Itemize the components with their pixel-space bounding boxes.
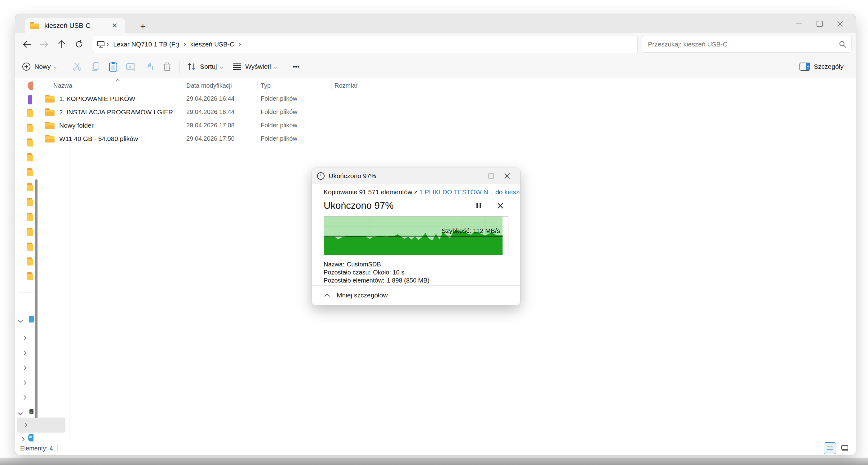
tree-expand-chevron[interactable]	[21, 421, 30, 430]
tree-item-selected[interactable]	[17, 418, 65, 432]
copy-button[interactable]	[86, 58, 104, 75]
chevron-up-icon	[323, 293, 331, 298]
view-button[interactable]: Wyświetl ⌄	[228, 58, 282, 75]
share-button[interactable]	[140, 58, 158, 75]
breadcrumb-item-folder[interactable]: kieszeń USB-C	[188, 41, 237, 48]
sidebar-folder-fragment[interactable]	[27, 213, 33, 221]
sidebar-folder-fragment[interactable]	[27, 183, 33, 191]
column-separator[interactable]	[364, 80, 364, 90]
sidebar-folder-fragment[interactable]	[27, 138, 33, 146]
search-box[interactable]	[642, 36, 851, 53]
file-modified: 29.04.2026 17:50	[186, 135, 235, 142]
tree-expand-chevron[interactable]	[20, 348, 29, 358]
navigation-bar: › Lexar NQ710 1 TB (F:) › kieszeń USB-C …	[15, 33, 856, 56]
breadcrumb-chevron-icon: ›	[182, 40, 188, 48]
tree-expand-chevron[interactable]	[20, 363, 29, 372]
more-options-button[interactable]: •••	[288, 58, 304, 75]
tab-title: kieszeń USB-C	[44, 22, 110, 30]
tab-close-icon[interactable]: ✕	[110, 21, 120, 31]
maximize-button[interactable]	[809, 17, 830, 31]
column-header-modified[interactable]: Data modyfikacji	[186, 82, 232, 89]
sidebar-folder-fragment[interactable]	[27, 258, 33, 265]
folder-icon	[45, 108, 55, 116]
minimize-button[interactable]	[789, 17, 809, 31]
sidebar-folder-fragment[interactable]	[27, 272, 33, 280]
sidebar-folder-fragment[interactable]	[27, 124, 33, 132]
sidebar-folder-fragment[interactable]	[27, 168, 33, 176]
sidebar-folder-fragment[interactable]	[27, 153, 33, 161]
column-separator[interactable]	[331, 80, 332, 90]
sort-ascending-indicator	[115, 78, 121, 82]
detail-name-value: CustomSDB	[347, 261, 381, 268]
thumbnail-view-toggle[interactable]	[839, 442, 851, 454]
sidebar-folder-fragment[interactable]	[27, 228, 33, 236]
sidebar-folder-fragment[interactable]	[27, 109, 33, 117]
file-row[interactable]: W11 40 GB - 54.080 plików 29.04.2026 17:…	[45, 132, 386, 145]
column-header-name[interactable]: Nazwa	[53, 82, 72, 89]
search-input[interactable]	[647, 40, 839, 48]
paste-button[interactable]	[104, 58, 122, 75]
tab-active[interactable]: kieszeń USB-C ✕	[25, 18, 125, 33]
plus-circle-icon	[22, 62, 31, 71]
cut-button[interactable]	[68, 58, 86, 75]
chevron-down-icon: ⌄	[273, 64, 277, 70]
delete-button[interactable]	[158, 58, 176, 75]
column-header-type[interactable]: Typ	[261, 82, 271, 89]
new-tab-button[interactable]: +	[137, 21, 149, 32]
rename-button[interactable]: A	[122, 58, 140, 75]
share-icon	[145, 62, 154, 71]
dialog-close-button[interactable]	[499, 170, 515, 182]
details-pane-button[interactable]: Szczegóły	[795, 58, 848, 75]
taskbar-edge	[0, 458, 868, 465]
file-row[interactable]: 2. INSTALACJA PROGRAMÓW I GIER 29.04.202…	[45, 105, 386, 119]
file-modified: 29.04.2026 16:44	[186, 95, 235, 102]
pause-button[interactable]	[471, 199, 487, 212]
speed-graph: Szybkość: 112 MB/s	[323, 216, 508, 255]
tree-expand-chevron[interactable]	[20, 393, 29, 402]
column-header-size[interactable]: Rozmiar	[335, 82, 358, 89]
network-icon-fragment[interactable]	[28, 434, 33, 441]
dialog-title-bar[interactable]: Ukończono 97%	[312, 168, 520, 184]
status-bar: Elementy: 4	[15, 441, 856, 455]
sidebar-item-icon-fragment[interactable]	[28, 95, 32, 104]
cancel-copy-button[interactable]	[492, 199, 508, 212]
new-button[interactable]: Nowy ⌄	[18, 58, 62, 75]
tree-collapse-chevron[interactable]	[16, 316, 25, 326]
dialog-minimize-button[interactable]	[467, 170, 483, 182]
status-divider	[57, 444, 58, 452]
tree-expand-chevron[interactable]	[20, 378, 29, 387]
column-separator[interactable]	[257, 80, 258, 90]
column-separator[interactable]	[183, 80, 183, 90]
tab-strip: kieszeń USB-C ✕ +	[15, 14, 856, 33]
sidebar-scrollbar[interactable]	[35, 179, 37, 419]
file-row[interactable]: Nowy folder 29.04.2026 17:08 Folder plik…	[45, 119, 386, 132]
file-name: W11 40 GB - 54.080 plików	[59, 135, 174, 142]
this-pc-icon-fragment[interactable]	[29, 316, 34, 323]
breadcrumb-item-drive[interactable]: Lexar NQ710 1 TB (F:)	[111, 41, 182, 48]
network-device-icon-fragment[interactable]	[29, 409, 33, 414]
clock-icon	[317, 172, 325, 180]
forward-button[interactable]	[36, 36, 53, 52]
sidebar-item-icon-fragment[interactable]	[28, 81, 33, 90]
close-button[interactable]	[830, 17, 850, 31]
detail-items-label: Pozostało elementów:	[323, 277, 384, 284]
file-name: 2. INSTALACJA PROGRAMÓW I GIER	[59, 108, 174, 116]
new-button-label: Nowy	[34, 63, 51, 70]
sidebar-folder-fragment[interactable]	[27, 198, 33, 206]
up-button[interactable]	[53, 36, 70, 52]
back-button[interactable]	[18, 36, 36, 52]
copy-source-link[interactable]: 1.PLIKI DO TESTÓW N...	[419, 188, 494, 196]
breadcrumb[interactable]: › Lexar NQ710 1 TB (F:) › kieszeń USB-C …	[92, 36, 638, 53]
folder-icon	[45, 135, 55, 143]
tree-collapse-chevron[interactable]	[16, 409, 25, 418]
dialog-maximize-button[interactable]	[483, 170, 499, 182]
sidebar-folder-fragment[interactable]	[27, 242, 33, 251]
copy-destination-link[interactable]: kieszeń USB-C	[504, 188, 521, 196]
tree-expand-chevron[interactable]	[20, 333, 29, 343]
dialog-footer-toggle[interactable]: Mniej szczegółów	[312, 285, 520, 305]
file-row[interactable]: 1. KOPIOWANIE PLIKÓW 29.04.2026 16:44 Fo…	[45, 92, 386, 105]
refresh-button[interactable]	[70, 36, 88, 52]
detail-time-label: Pozostało czasu:	[323, 269, 370, 276]
details-view-toggle[interactable]	[824, 442, 836, 454]
sort-button[interactable]: Sortuj ⌄	[183, 58, 228, 75]
